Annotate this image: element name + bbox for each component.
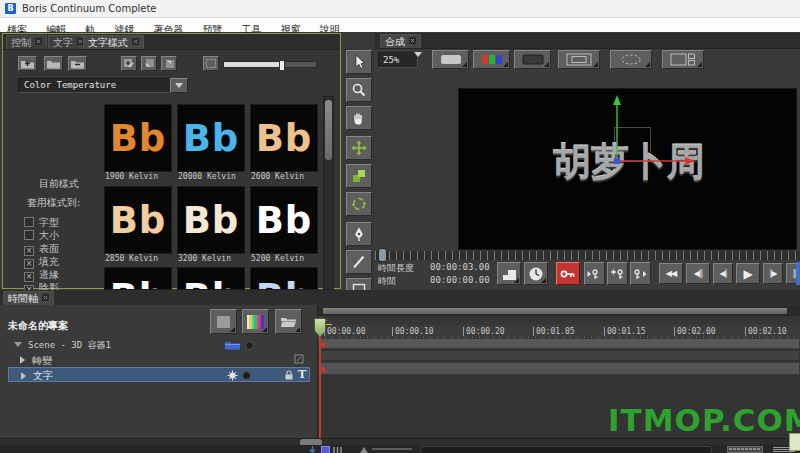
visibility-toggle[interactable] — [245, 341, 254, 350]
close-icon[interactable] — [35, 38, 42, 45]
style-swatch-2850k[interactable]: Bb — [104, 186, 172, 254]
scale-tool-button[interactable] — [346, 164, 372, 188]
pen-tool-button[interactable] — [346, 222, 372, 246]
status-scrollbar[interactable] — [420, 446, 712, 453]
swatch-size-slider[interactable] — [223, 61, 317, 68]
play-back-button[interactable]: ◀|| — [686, 263, 710, 284]
prev-keyframe-button[interactable] — [584, 262, 605, 285]
track-bar-transform[interactable] — [318, 350, 800, 361]
tag-icon[interactable] — [321, 446, 330, 453]
apply-style-up-button[interactable] — [161, 56, 177, 71]
layer-row-text[interactable]: 文字 T — [8, 367, 310, 382]
row-options-icon[interactable] — [294, 354, 304, 364]
layout-icon — [670, 53, 696, 66]
add-style-button[interactable] — [121, 56, 137, 71]
layout-button[interactable] — [662, 50, 704, 69]
swatch-size-slider-thumb[interactable] — [279, 60, 285, 71]
time-value[interactable]: 00:00:00.00 — [430, 275, 490, 285]
add-keyframe-button[interactable] — [607, 262, 628, 285]
playhead-line[interactable] — [319, 336, 321, 446]
lock-icon[interactable] — [284, 370, 294, 380]
selection-tool-button[interactable] — [346, 50, 372, 74]
text-style-panel: 控制 文字 文字樣式 Color Temperature 目前樣式 套用樣式到:… — [2, 33, 341, 289]
shading-toggle-icon[interactable] — [227, 370, 238, 381]
remove-folder-button[interactable] — [68, 56, 87, 71]
tab-text-style[interactable]: 文字樣式 — [83, 35, 144, 49]
keyframe-dot[interactable] — [321, 342, 326, 347]
rotate-tool-button[interactable] — [346, 192, 372, 216]
import-media-button[interactable] — [275, 309, 302, 334]
line-tool-button[interactable] — [346, 250, 372, 274]
arrow-down-icon[interactable] — [308, 446, 317, 453]
numeric-keypad-widget[interactable] — [727, 446, 763, 453]
steps-icon — [502, 267, 517, 281]
expander-closed-icon[interactable] — [20, 356, 25, 364]
transform-axes-icon[interactable] — [609, 93, 699, 169]
step-forward-button[interactable]: |▶ — [763, 263, 783, 284]
background-button[interactable] — [514, 50, 551, 69]
tab-timeline[interactable]: 時間軸 — [3, 291, 54, 305]
style-swatch-1900k[interactable]: Bb — [104, 104, 172, 172]
style-swatch-3200k[interactable]: Bb — [177, 186, 245, 254]
zoom-level-select[interactable]: 25% — [378, 52, 418, 68]
preview-scrubber-handle[interactable] — [378, 248, 387, 262]
pan-tool-button[interactable] — [346, 106, 372, 130]
ease-curve-button[interactable] — [497, 262, 521, 285]
next-keyframe-button[interactable] — [630, 262, 651, 285]
style-swatch-5200k[interactable]: Bb — [250, 186, 318, 254]
expander-closed-icon[interactable] — [21, 372, 26, 380]
composite-tabbar: 合成 — [375, 33, 800, 49]
tab-control[interactable]: 控制 — [6, 35, 47, 49]
step-back-button[interactable]: ◀| — [713, 263, 733, 284]
close-icon[interactable] — [132, 38, 139, 45]
channels-button[interactable] — [473, 50, 510, 69]
safe-zones-icon — [566, 53, 592, 66]
timeline-zoom-scrollbar-thumb[interactable] — [322, 307, 788, 315]
timeline-zoom-scrollbar[interactable] — [318, 306, 800, 316]
style-swatch-2600k[interactable]: Bb — [250, 104, 318, 172]
safe-zones-button[interactable] — [558, 50, 600, 69]
timing-button[interactable] — [524, 262, 548, 285]
expander-open-icon[interactable] — [14, 342, 22, 347]
record-keyframe-button[interactable] — [556, 262, 580, 285]
layer-row-transform[interactable]: 轉變 — [0, 353, 318, 366]
swatch-scrollbar-thumb[interactable] — [325, 100, 332, 160]
swatch-scrollbar[interactable] — [323, 96, 334, 290]
highlighted-edge-button[interactable] — [796, 262, 800, 285]
solid-layer-button[interactable] — [210, 309, 237, 334]
visibility-toggle[interactable] — [242, 371, 251, 380]
style-swatch-row3-2[interactable]: Bb — [177, 267, 245, 290]
rewind-button[interactable]: ◀◀ — [659, 263, 683, 284]
apply-style-down-button[interactable] — [141, 56, 157, 71]
layer-row-container[interactable]: Scene - 3D 容器1 — [0, 338, 318, 351]
style-swatch-20000k[interactable]: Bb — [177, 104, 245, 172]
onion-skin-button[interactable] — [610, 50, 652, 69]
close-icon[interactable] — [409, 37, 416, 44]
view-mode-button[interactable] — [432, 50, 469, 69]
zoom-level-arrow[interactable] — [414, 57, 422, 76]
preset-select[interactable]: Color Temperature — [18, 78, 177, 93]
timeline-tabbar: 時間軸 — [0, 290, 800, 306]
container-folder-icon[interactable] — [224, 339, 240, 350]
style-swatch-row3-1[interactable]: Bb — [104, 267, 172, 290]
tab-composite[interactable]: 合成 — [380, 34, 421, 48]
play-button[interactable]: ▶ — [736, 263, 760, 284]
slider-marker-icon[interactable] — [360, 447, 368, 453]
move-tool-button[interactable] — [346, 136, 372, 160]
add-folder-button[interactable] — [18, 56, 37, 71]
track-bar-container[interactable] — [318, 338, 800, 349]
test-pattern-button[interactable] — [242, 309, 269, 334]
close-icon[interactable] — [42, 294, 49, 301]
folder-button[interactable] — [44, 56, 63, 71]
zoom-tool-button[interactable] — [346, 78, 372, 102]
track-bar-text[interactable] — [318, 362, 800, 375]
duration-value[interactable]: 00:00:03.00 — [430, 262, 490, 272]
mini-slider[interactable] — [372, 448, 412, 450]
style-options-button[interactable] — [203, 56, 219, 71]
preset-select-arrow-button[interactable] — [170, 78, 188, 93]
style-swatch-row3-3[interactable]: Bb — [250, 267, 318, 290]
preview-scrubber[interactable] — [375, 251, 800, 260]
preview-canvas[interactable]: 胡萝卜周 — [458, 88, 797, 250]
columns-icon[interactable] — [333, 446, 342, 453]
keyframe-dot[interactable] — [321, 367, 326, 372]
